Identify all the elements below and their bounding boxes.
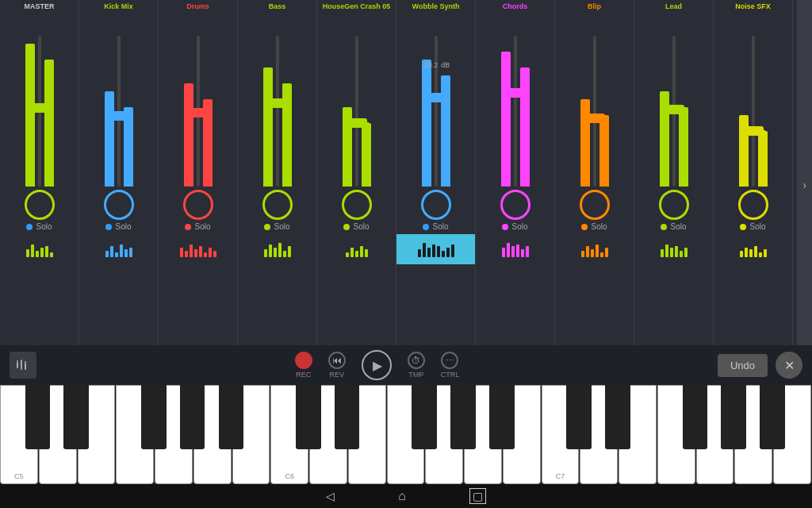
fader-track-chords[interactable] [514,36,517,187]
solo-dot-wobble [423,224,429,230]
fader-line-housegen [345,122,369,124]
solo-dot-bass [264,224,270,230]
fader-area-noise-sfx [714,12,792,187]
fader-line-noise-sfx [741,130,765,132]
pan-knob-wobble[interactable] [421,190,451,220]
solo-label-chords: Solo [511,222,527,231]
solo-label-master: Solo [36,222,52,231]
nav-recent[interactable]: ▢ [469,488,486,504]
nav-home[interactable]: ⌂ [398,489,406,503]
black-key[interactable] [180,385,205,449]
black-key[interactable] [335,385,360,449]
black-key[interactable] [25,385,51,449]
channel-strip-wobble: Wobble Synth-20.2dBSolo [396,0,476,369]
undo-button[interactable]: Undo [718,354,768,377]
fader-line-master [28,107,52,109]
db-label-wobble: -20.2dB [422,61,450,69]
rec-button[interactable]: REC [295,352,312,379]
channel-name-drums: Drums [186,2,209,10]
pan-knob-housegen[interactable] [342,190,372,220]
solo-label-bass: Solo [274,222,289,231]
solo-dot-blip [581,224,588,230]
fader-track-housegen[interactable] [355,36,358,187]
channel-strip-master: MASTERSolo [0,0,79,369]
channel-strip-chords: ChordsSolo [476,0,555,369]
vu-right-noise-sfx [758,131,768,187]
pan-knob-blip[interactable] [580,190,610,220]
black-key[interactable] [296,385,321,449]
fader-track-master[interactable] [38,36,41,187]
solo-row-wobble[interactable]: Solo [423,222,448,231]
black-key[interactable] [721,385,746,449]
fader-track-bass[interactable] [276,36,279,187]
solo-row-noise-sfx[interactable]: Solo [740,222,765,231]
scroll-arrow[interactable]: › [797,0,812,369]
pan-knob-drums[interactable] [183,190,213,220]
pan-knob-noise-sfx[interactable] [738,190,768,220]
solo-label-wobble: Solo [432,222,448,231]
pan-knob-chords[interactable] [500,190,530,220]
black-key[interactable] [219,385,244,449]
black-key[interactable] [63,385,89,449]
black-key[interactable] [605,385,630,449]
fader-track-lead[interactable] [672,36,676,187]
ctrl-button[interactable]: ⋯ CTRL [441,352,460,379]
tmp-button[interactable]: ⏱ TMP [408,352,425,379]
pattern-button-kick-mix[interactable] [79,234,158,264]
black-key[interactable] [141,385,167,449]
pattern-button-blip[interactable] [555,234,634,264]
mixer-eq-button[interactable] [10,352,36,379]
fader-area-kick-mix [79,12,158,187]
transport-bar: REC ⏮ REV ▶ ⏱ TMP ⋯ CTRL Undo ✕ [0,345,812,385]
vu-right-blip [599,115,609,187]
fader-track-wobble[interactable] [435,36,438,187]
channel-name-kick-mix: Kick Mix [104,2,133,10]
black-key[interactable] [412,385,437,449]
pan-knob-bass[interactable] [262,190,293,220]
solo-row-lead[interactable]: Solo [661,222,686,231]
black-key[interactable] [566,385,592,449]
octave-label: C5 [1,472,37,480]
pattern-button-chords[interactable] [476,234,554,264]
pattern-button-noise-sfx[interactable] [714,234,792,264]
pattern-button-wobble[interactable] [396,234,475,264]
fader-track-blip[interactable] [593,36,596,187]
pattern-button-housegen[interactable] [317,234,396,264]
nav-back[interactable]: ◁ [326,490,335,502]
close-button[interactable]: ✕ [776,352,802,379]
black-key[interactable] [760,385,785,449]
fader-line-kick-mix [107,115,131,117]
rev-button[interactable]: ⏮ REV [328,352,346,379]
channel-name-chords: Chords [503,2,528,10]
solo-row-chords[interactable]: Solo [502,222,527,231]
play-button[interactable]: ▶ [362,350,392,380]
black-key[interactable] [683,385,708,449]
pan-knob-kick-mix[interactable] [104,190,134,220]
solo-dot-kick-mix [105,224,112,230]
pattern-button-bass[interactable] [238,234,316,264]
fader-track-noise-sfx[interactable] [752,36,755,187]
fader-track-drums[interactable] [197,36,200,187]
solo-row-kick-mix[interactable]: Solo [105,222,131,231]
pattern-button-lead[interactable] [634,234,713,264]
pan-knob-lead[interactable] [659,190,689,220]
fader-line-bass [266,102,289,104]
channel-name-bass: Bass [269,2,286,10]
fader-track-kick-mix[interactable] [117,36,121,187]
solo-row-master[interactable]: Solo [26,222,52,231]
black-key[interactable] [489,385,515,449]
solo-row-drums[interactable]: Solo [185,222,210,231]
pan-knob-master[interactable] [25,190,55,220]
channel-strip-noise-sfx: Noise SFXSolo [714,0,793,369]
solo-dot-master [26,224,33,230]
solo-row-housegen[interactable]: Solo [343,222,369,231]
nav-bar: ◁ ⌂ ▢ [0,484,812,508]
channel-strip-lead: LeadSolo [634,0,714,369]
solo-row-blip[interactable]: Solo [581,222,607,231]
svg-rect-4 [25,363,26,370]
pattern-button-master[interactable] [0,234,79,264]
pattern-button-drums[interactable] [159,234,237,264]
solo-row-bass[interactable]: Solo [264,222,289,231]
fader-area-chords [476,12,554,187]
black-key[interactable] [450,385,476,449]
